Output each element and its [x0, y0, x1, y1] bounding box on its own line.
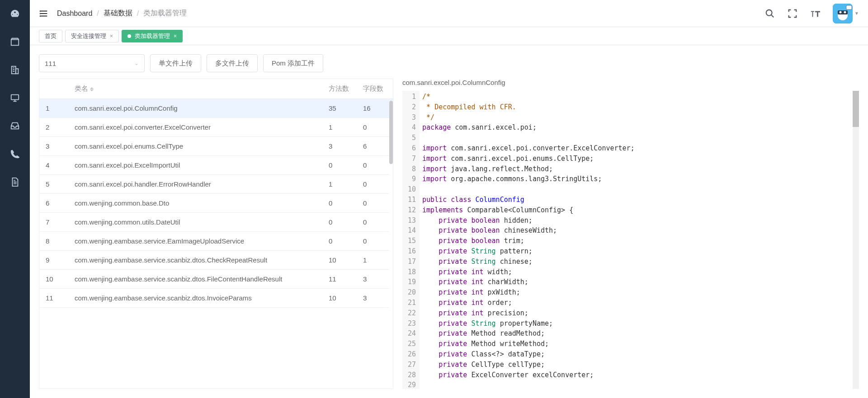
table-row[interactable]: 8com.wenjing.eambase.service.EamImageUpl…: [39, 232, 393, 251]
user-menu[interactable]: ▼: [833, 4, 859, 23]
sidebar: [0, 0, 30, 398]
tab-security[interactable]: 安全连接管理×: [65, 30, 119, 42]
sort-icon: [90, 87, 94, 91]
dashboard-icon[interactable]: [10, 9, 20, 19]
table-row[interactable]: 3com.sanri.excel.poi.enums.CellType36: [39, 137, 393, 156]
inbox-icon[interactable]: [10, 121, 20, 131]
breadcrumb: Dashboard / 基础数据 / 类加载器管理: [57, 9, 187, 18]
monitor-icon[interactable]: [10, 93, 20, 103]
tab-home[interactable]: 首页: [39, 30, 62, 42]
tab-classloader[interactable]: 类加载器管理×: [122, 30, 183, 42]
svg-rect-2: [16, 69, 19, 74]
table-row[interactable]: 9com.wenjing.eambase.service.scanbiz.dto…: [39, 251, 393, 270]
document-icon[interactable]: [10, 177, 20, 187]
view-tabs: 首页 安全连接管理× 类加载器管理×: [30, 27, 868, 45]
breadcrumb-dashboard[interactable]: Dashboard: [57, 9, 92, 18]
breadcrumb-basedata[interactable]: 基础数据: [104, 9, 132, 18]
controls-row: 111 ⌄ 单文件上传 多文件上传 Pom 添加工件: [39, 54, 859, 72]
col-classname[interactable]: 类名: [70, 79, 324, 99]
fullscreen-icon[interactable]: [788, 9, 797, 19]
single-upload-button[interactable]: 单文件上传: [150, 54, 201, 72]
svg-rect-10: [846, 5, 852, 9]
chevron-down-icon: ⌄: [134, 60, 139, 66]
svg-rect-0: [11, 40, 19, 46]
class-table: 类名 方法数 字段数 1com.sanri.excel.poi.ColumnCo…: [39, 79, 393, 389]
table-row[interactable]: 7com.wenjing.common.utils.DateUtil00: [39, 213, 393, 232]
svg-rect-3: [11, 95, 19, 100]
editor-scrollbar[interactable]: [853, 91, 859, 389]
code-lines: /* * Decompiled with CFR. */package com.…: [420, 91, 859, 389]
layers-icon[interactable]: [10, 37, 20, 47]
phone-icon[interactable]: [10, 149, 20, 159]
table-row[interactable]: 10com.wenjing.eambase.service.scanbiz.dt…: [39, 270, 393, 289]
table-row[interactable]: 6com.wenjing.common.base.Dto00: [39, 194, 393, 213]
fontsize-icon[interactable]: [810, 9, 820, 19]
multi-upload-button[interactable]: 多文件上传: [207, 54, 258, 72]
table-row[interactable]: 4com.sanri.excel.poi.ExcelImportUtil00: [39, 156, 393, 175]
caret-down-icon: ▼: [854, 11, 859, 16]
svg-point-8: [840, 11, 842, 13]
svg-point-9: [844, 11, 846, 13]
building-icon[interactable]: [10, 65, 20, 75]
active-dot-icon: [127, 34, 131, 38]
col-index: [39, 79, 70, 99]
table-row[interactable]: 2com.sanri.excel.poi.converter.ExcelConv…: [39, 118, 393, 137]
close-icon[interactable]: ×: [174, 33, 177, 39]
table-scrollbar[interactable]: [389, 101, 393, 389]
hamburger-icon[interactable]: [39, 9, 49, 19]
table-row[interactable]: 1com.sanri.excel.poi.ColumnConfig3516: [39, 99, 393, 118]
close-icon[interactable]: ×: [110, 33, 113, 39]
code-title: com.sanri.excel.poi.ColumnConfig: [402, 79, 859, 91]
col-fields: 字段数: [359, 79, 393, 99]
col-methods: 方法数: [324, 79, 359, 99]
code-editor[interactable]: 1234567891011121314151617181920212223242…: [402, 91, 859, 389]
svg-rect-7: [838, 10, 848, 14]
breadcrumb-current: 类加载器管理: [143, 9, 187, 18]
svg-point-4: [766, 9, 772, 15]
code-panel: com.sanri.excel.poi.ColumnConfig 1234567…: [402, 79, 859, 389]
search-icon[interactable]: [765, 9, 775, 19]
line-gutter: 1234567891011121314151617181920212223242…: [402, 91, 420, 389]
table-row[interactable]: 11com.wenjing.eambase.service.scanbiz.dt…: [39, 289, 393, 308]
project-select[interactable]: 111 ⌄: [39, 54, 145, 72]
topbar: Dashboard / 基础数据 / 类加载器管理 ▼: [30, 0, 868, 27]
table-row[interactable]: 5com.sanri.excel.poi.handler.ErrorRowHan…: [39, 175, 393, 194]
avatar: [833, 4, 853, 23]
pom-add-button[interactable]: Pom 添加工件: [263, 54, 323, 72]
